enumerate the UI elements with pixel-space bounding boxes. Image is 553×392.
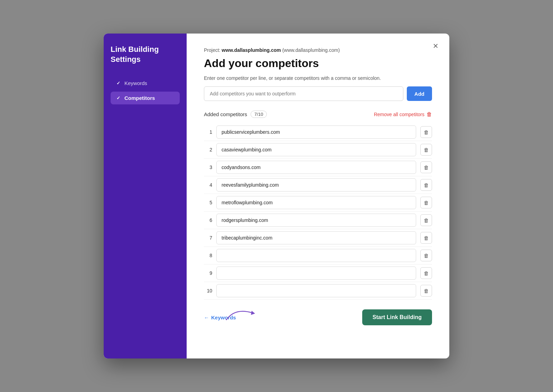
delete-competitor-button[interactable]: 🗑 (420, 179, 432, 191)
trash-icon: 🗑 (424, 235, 429, 241)
added-label: Added competitors 7/10 (204, 111, 267, 118)
row-number: 3 (204, 165, 212, 170)
competitor-row-input[interactable] (216, 284, 416, 297)
row-number: 10 (204, 288, 212, 293)
competitor-list: 1🗑2🗑3🗑4🗑5🗑6🗑7🗑8🗑9🗑10🗑 (204, 123, 432, 300)
row-number: 4 (204, 182, 212, 188)
remove-all-button[interactable]: Remove all competitors 🗑 (374, 111, 432, 118)
delete-competitor-button[interactable]: 🗑 (420, 161, 432, 173)
modal-container: Link BuildingSettings ✓ Keywords ✓ Compe… (104, 34, 449, 358)
sidebar-title: Link BuildingSettings (111, 45, 180, 64)
delete-competitor-button[interactable]: 🗑 (420, 285, 432, 297)
trash-icon: 🗑 (424, 147, 429, 153)
added-label-text: Added competitors (204, 111, 247, 117)
arrow-left-icon: ← (204, 315, 209, 320)
competitor-row-input[interactable] (216, 143, 416, 156)
count-badge: 7/10 (251, 111, 267, 118)
table-row: 7🗑 (204, 229, 432, 247)
competitor-row-input[interactable] (216, 178, 416, 192)
sidebar-nav: ✓ Keywords ✓ Competitors (111, 77, 180, 104)
svg-marker-0 (251, 311, 255, 315)
start-link-building-button[interactable]: Start Link Building (362, 309, 432, 325)
check-icon-active: ✓ (115, 95, 121, 101)
close-icon: ✕ (433, 42, 439, 50)
row-number: 2 (204, 147, 212, 152)
delete-competitor-button[interactable]: 🗑 (420, 250, 432, 261)
table-row: 9🗑 (204, 264, 432, 282)
competitor-row-input[interactable] (216, 196, 416, 209)
sidebar-item-label: Keywords (124, 80, 147, 86)
delete-competitor-button[interactable]: 🗑 (420, 197, 432, 208)
table-row: 5🗑 (204, 194, 432, 212)
delete-competitor-button[interactable]: 🗑 (420, 267, 432, 279)
delete-competitor-button[interactable]: 🗑 (420, 232, 432, 244)
row-number: 7 (204, 235, 212, 241)
page-title: Add your competitors (204, 57, 432, 70)
table-row: 6🗑 (204, 212, 432, 229)
remove-all-label: Remove all competitors (374, 112, 424, 117)
competitor-row-input[interactable] (216, 249, 416, 262)
row-number: 9 (204, 270, 212, 276)
main-content: ✕ Project: www.dallasplumbing.com (www.d… (187, 34, 449, 358)
competitor-row-input[interactable] (216, 214, 416, 227)
project-label: Project: www.dallasplumbing.com (www.dal… (204, 47, 432, 53)
row-number: 6 (204, 217, 212, 223)
delete-competitor-button[interactable]: 🗑 (420, 214, 432, 226)
added-header: Added competitors 7/10 Remove all compet… (204, 111, 432, 118)
check-icon: ✓ (115, 81, 121, 86)
row-number: 1 (204, 129, 212, 135)
trash-icon-red: 🗑 (427, 111, 432, 118)
row-number: 8 (204, 253, 212, 258)
table-row: 3🗑 (204, 159, 432, 176)
competitor-row-input[interactable] (216, 231, 416, 244)
subtitle: Enter one competitor per line, or separa… (204, 75, 432, 81)
competitor-row-input[interactable] (216, 267, 416, 280)
delete-competitor-button[interactable]: 🗑 (420, 144, 432, 156)
competitor-row-input[interactable] (216, 161, 416, 174)
trash-icon: 🗑 (424, 253, 429, 259)
trash-icon: 🗑 (424, 288, 429, 294)
project-url: (www.dallasplumbing.com) (282, 47, 340, 53)
close-button[interactable]: ✕ (430, 40, 441, 52)
table-row: 8🗑 (204, 247, 432, 264)
delete-competitor-button[interactable]: 🗑 (420, 126, 432, 138)
table-row: 1🗑 (204, 123, 432, 141)
table-row: 4🗑 (204, 176, 432, 194)
competitor-row-input[interactable] (216, 125, 416, 139)
sidebar-item-competitors[interactable]: ✓ Competitors (111, 92, 180, 104)
curved-arrow-decoration (225, 306, 266, 323)
trash-icon: 🗑 (424, 165, 429, 170)
trash-icon: 🗑 (424, 200, 429, 206)
trash-icon: 🗑 (424, 217, 429, 223)
sidebar-item-keywords[interactable]: ✓ Keywords (111, 77, 180, 90)
add-button[interactable]: Add (407, 86, 432, 101)
trash-icon: 🗑 (424, 182, 429, 188)
row-number: 5 (204, 200, 212, 205)
trash-icon: 🗑 (424, 270, 429, 276)
table-row: 2🗑 (204, 141, 432, 159)
sidebar-item-label-active: Competitors (124, 95, 155, 101)
sidebar: Link BuildingSettings ✓ Keywords ✓ Compe… (104, 34, 187, 358)
footer-actions: ← Keywords Start Link Building (204, 309, 432, 325)
trash-icon: 🗑 (424, 129, 429, 135)
table-row: 10🗑 (204, 282, 432, 300)
competitor-input[interactable] (204, 86, 403, 101)
add-competitor-row: Add (204, 86, 432, 101)
project-name: www.dallasplumbing.com (222, 47, 281, 53)
